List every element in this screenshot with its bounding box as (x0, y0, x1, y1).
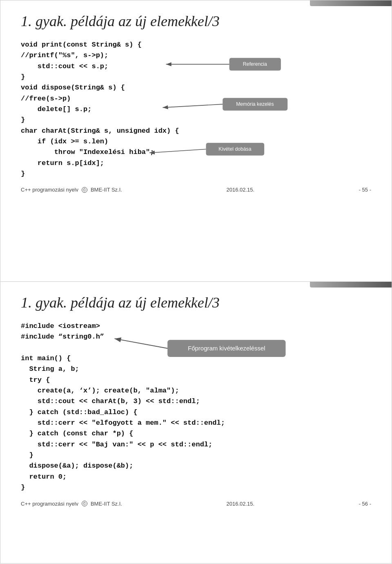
footer-left-1: C++ programozási nyelv © BME-IIT Sz.I. (21, 187, 122, 193)
throw-keyword: throw (54, 148, 75, 156)
footer-date-1: 2016.02.15. (226, 187, 254, 193)
slide-2-title: 1. gyak. példája az új elemekkel/3 (21, 294, 371, 311)
slide-1-content: void print(const String& s) { //printf("… (21, 40, 371, 179)
footer-left-2: C++ programozási nyelv © BME-IIT Sz.I. (21, 501, 122, 507)
slide-2-code: #include <iostream> #include “string0.h”… (21, 321, 371, 493)
slide-1: 1. gyak. példája az új elemekkel/3 void … (0, 0, 392, 282)
footer-org-2: BME-IIT Sz.I. (91, 501, 122, 507)
footer-course-1: C++ programozási nyelv (21, 187, 78, 193)
slide-1-title: 1. gyak. példája az új elemekkel/3 (21, 13, 371, 30)
footer-date-2: 2016.02.15. (226, 501, 254, 507)
slide-2-footer: C++ programozási nyelv © BME-IIT Sz.I. 2… (21, 501, 371, 507)
catch-keyword-2: catch (38, 430, 58, 437)
slide-2: 1. gyak. példája az új elemekkel/3 #incl… (0, 282, 392, 564)
slide-1-footer: C++ programozási nyelv © BME-IIT Sz.I. 2… (21, 187, 371, 193)
footer-page-2: - 56 - (359, 501, 371, 507)
code-text-2: #include <iostream> #include “string0.h”… (21, 321, 371, 493)
footer-org-1: BME-IIT Sz.I. (91, 187, 122, 193)
copyright-symbol-2: © (82, 501, 87, 506)
catch-keyword-1: catch (38, 408, 58, 416)
gradient-bar-2 (310, 282, 392, 288)
slide-2-content: #include <iostream> #include “string0.h”… (21, 321, 371, 493)
copyright-symbol-1: © (82, 187, 87, 193)
footer-course-2: C++ programozási nyelv (21, 501, 78, 507)
gradient-bar-1 (310, 0, 392, 6)
slide-1-code: void print(const String& s) { //printf("… (21, 40, 371, 179)
code-text-1: void print(const String& s) { //printf("… (21, 40, 371, 179)
footer-page-1: - 55 - (359, 187, 371, 193)
